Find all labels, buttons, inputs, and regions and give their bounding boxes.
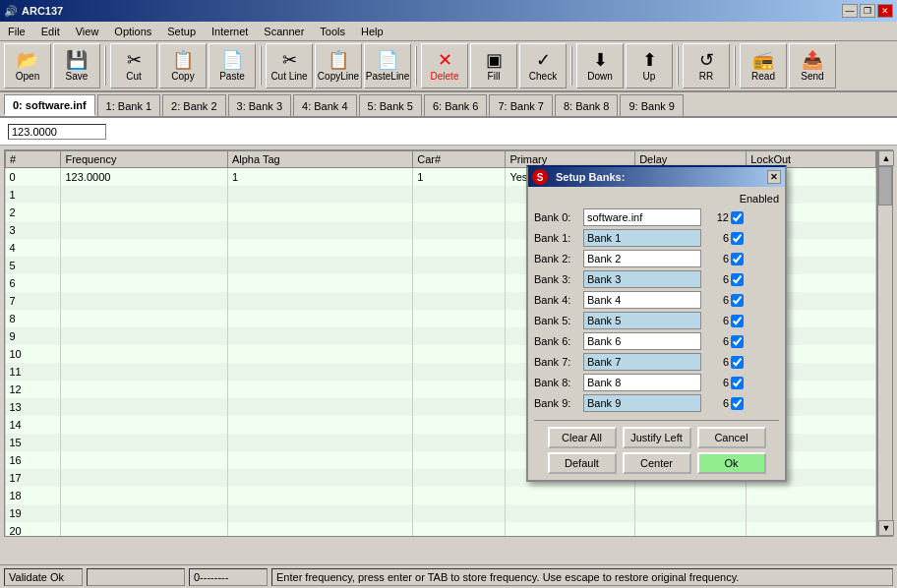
bank-name-input[interactable]	[583, 291, 701, 309]
justify-left-button[interactable]: Justify Left	[623, 427, 691, 448]
tab-bank8[interactable]: 8: Bank 8	[555, 94, 618, 116]
clear-all-button[interactable]: Clear All	[548, 427, 617, 448]
down-icon: ⬇	[593, 51, 608, 69]
center-button[interactable]: Center	[623, 452, 691, 474]
read-button[interactable]: 📻 Read	[740, 43, 787, 88]
status-section2	[87, 568, 185, 586]
pasteline-button[interactable]: 📄 PasteLine	[364, 43, 411, 88]
bank-row: Bank 6:6	[534, 332, 779, 350]
bank-enabled-checkbox[interactable]	[731, 211, 744, 224]
bank-enabled-checkbox[interactable]	[731, 294, 744, 307]
bank-label: Bank 0:	[534, 211, 583, 223]
title-bar-controls: — ❐ ✕	[842, 4, 893, 18]
bank-count: 6	[705, 315, 729, 326]
tab-bank4[interactable]: 4: Bank 4	[293, 94, 356, 116]
bank-row: Bank 2:6	[534, 250, 779, 267]
bank-name-input[interactable]	[583, 394, 701, 412]
read-icon: 📻	[752, 51, 774, 69]
fill-button[interactable]: ▣ Fill	[470, 43, 517, 88]
cut-icon: ✂	[127, 51, 142, 69]
modal-overlay: S Setup Banks: ✕ Enabled Bank 0:12Bank 1…	[0, 146, 897, 564]
open-button[interactable]: 📂 Open	[4, 43, 51, 88]
tab-bank2[interactable]: 2: Bank 2	[162, 94, 225, 116]
menu-setup[interactable]: Setup	[163, 24, 200, 39]
bank-label: Bank 1:	[534, 232, 583, 244]
copyline-button[interactable]: 📋 CopyLine	[315, 43, 362, 88]
enabled-label: Enabled	[740, 193, 779, 205]
bank-label: Bank 2:	[534, 253, 583, 265]
modal-close-button[interactable]: ✕	[767, 170, 781, 184]
menu-view[interactable]: View	[72, 24, 103, 39]
bank-enabled-checkbox[interactable]	[731, 273, 744, 286]
down-button[interactable]: ⬇ Down	[576, 43, 624, 88]
modal-footer: Clear All Justify Left Cancel Default Ce…	[534, 420, 779, 474]
close-button[interactable]: ✕	[877, 4, 893, 18]
up-icon: ⬆	[642, 51, 657, 69]
modal-title-icon: S	[532, 169, 548, 185]
menu-options[interactable]: Options	[110, 24, 155, 39]
bank-enabled-checkbox[interactable]	[731, 377, 744, 389]
menu-edit[interactable]: Edit	[37, 24, 64, 39]
bank-row: Bank 9:6	[534, 394, 779, 412]
bank-name-input[interactable]	[583, 208, 701, 226]
fill-icon: ▣	[486, 51, 503, 69]
app-icon: 🔊	[4, 5, 18, 18]
send-button[interactable]: 📤 Send	[789, 43, 836, 88]
save-button[interactable]: 💾 Save	[53, 43, 100, 88]
bank-enabled-checkbox[interactable]	[731, 315, 744, 327]
check-icon: ✓	[536, 51, 551, 69]
tab-bank6[interactable]: 6: Bank 6	[424, 94, 487, 116]
copyline-icon: 📋	[328, 51, 349, 69]
bank-label: Bank 6:	[534, 335, 583, 347]
toolbar-sep-6	[734, 46, 736, 86]
minimize-button[interactable]: —	[842, 4, 858, 18]
tab-bank7[interactable]: 7: Bank 7	[489, 94, 552, 116]
check-button[interactable]: ✓ Check	[519, 43, 567, 88]
default-button[interactable]: Default	[548, 452, 617, 474]
status-bar: Validate Ok 0-------- Enter frequency, p…	[0, 564, 897, 588]
bank-label: Bank 5:	[534, 315, 583, 326]
bank-name-input[interactable]	[583, 229, 701, 247]
restore-button[interactable]: ❐	[860, 4, 875, 18]
bank-name-input[interactable]	[583, 312, 701, 329]
modal-btn-row-1: Clear All Justify Left Cancel	[534, 427, 779, 448]
bank-count: 6	[705, 294, 729, 306]
modal-enabled-header: Enabled	[534, 193, 779, 205]
copy-button[interactable]: 📋 Copy	[159, 43, 207, 88]
menu-scanner[interactable]: Scanner	[260, 24, 308, 39]
bank-enabled-checkbox[interactable]	[731, 253, 744, 265]
ok-button[interactable]: Ok	[697, 452, 766, 474]
bank-enabled-checkbox[interactable]	[731, 356, 744, 369]
bank-name-input[interactable]	[583, 270, 701, 288]
bank-count: 6	[705, 253, 729, 265]
bank-enabled-checkbox[interactable]	[731, 335, 744, 348]
menu-file[interactable]: File	[4, 24, 30, 39]
tab-bank0[interactable]: 0: software.inf	[4, 94, 95, 116]
up-button[interactable]: ⬆ Up	[626, 43, 673, 88]
cancel-button[interactable]: Cancel	[697, 427, 766, 448]
bank-enabled-checkbox[interactable]	[731, 397, 744, 410]
save-icon: 💾	[66, 51, 88, 69]
bank-enabled-checkbox[interactable]	[731, 232, 744, 245]
menu-internet[interactable]: Internet	[208, 24, 252, 39]
title-bar: 🔊 ARC137 — ❐ ✕	[0, 0, 897, 22]
rr-button[interactable]: ↺ RR	[683, 43, 730, 88]
frequency-input[interactable]	[8, 124, 106, 140]
tab-bank3[interactable]: 3: Bank 3	[228, 94, 291, 116]
bank-name-input[interactable]	[583, 332, 701, 350]
bank-name-input[interactable]	[583, 353, 701, 371]
tab-bank9[interactable]: 9: Bank 9	[620, 94, 683, 116]
menu-tools[interactable]: Tools	[316, 24, 349, 39]
cutline-button[interactable]: ✂ Cut Line	[266, 43, 313, 88]
tab-bank1[interactable]: 1: Bank 1	[97, 94, 160, 116]
status-validate: Validate Ok	[4, 568, 83, 586]
cut-button[interactable]: ✂ Cut	[110, 43, 157, 88]
menu-help[interactable]: Help	[357, 24, 388, 39]
paste-button[interactable]: 📄 Paste	[209, 43, 256, 88]
delete-button[interactable]: ✕ Delete	[421, 43, 468, 88]
frequency-row	[0, 118, 897, 146]
bank-name-input[interactable]	[583, 250, 701, 267]
tab-bank5[interactable]: 5: Bank 5	[359, 94, 422, 116]
bank-name-input[interactable]	[583, 374, 701, 391]
bank-row: Bank 0:12	[534, 208, 779, 226]
